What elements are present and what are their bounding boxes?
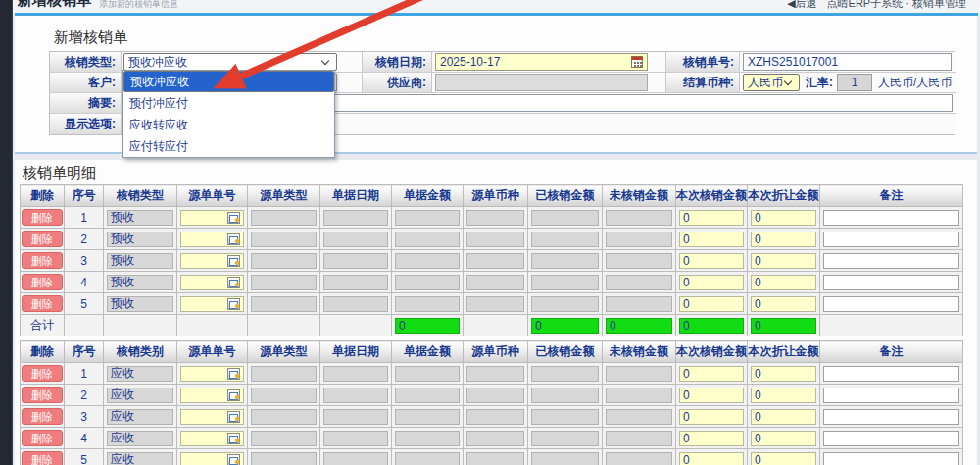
lookup-icon[interactable] xyxy=(227,212,240,224)
table-row: 删除 5 应收 0 0 xyxy=(21,449,963,465)
column-header: 序号 xyxy=(65,341,104,363)
delete-cell: 删除 xyxy=(21,229,65,250)
back-link[interactable]: ◀后退 xyxy=(787,0,816,9)
lookup-icon[interactable] xyxy=(227,255,240,267)
current-discount-amount-input[interactable]: 0 xyxy=(751,431,816,446)
remark-input[interactable] xyxy=(823,366,959,382)
remark-input[interactable] xyxy=(823,431,959,446)
current-verify-amount-input[interactable]: 0 xyxy=(679,275,744,290)
delete-row-button[interactable]: 删除 xyxy=(22,430,63,446)
lookup-icon[interactable] xyxy=(227,454,240,465)
current-discount-amount-input[interactable]: 0 xyxy=(751,296,816,312)
remark-input[interactable] xyxy=(823,388,959,403)
remark-input[interactable] xyxy=(823,232,959,247)
unverified-amount-field xyxy=(606,388,672,403)
verify-type-select[interactable]: 预收冲应收 xyxy=(123,53,337,71)
source-docno-input[interactable] xyxy=(180,431,244,446)
source-currency-field xyxy=(466,431,524,446)
source-docno-input[interactable] xyxy=(180,409,244,425)
delete-row-button[interactable]: 删除 xyxy=(22,209,63,226)
current-verify-amount-input[interactable]: 0 xyxy=(679,388,744,403)
source-docno-input[interactable] xyxy=(180,275,244,290)
source-docno-input[interactable] xyxy=(180,388,244,403)
source-docno-input[interactable] xyxy=(180,232,244,247)
dropdown-option-selected[interactable]: 预收冲应收 xyxy=(123,71,334,92)
row-seq: 5 xyxy=(65,293,104,315)
lookup-icon[interactable] xyxy=(227,389,240,401)
remark-input[interactable] xyxy=(823,253,959,269)
dropdown-option[interactable]: 应付转应付 xyxy=(123,135,334,157)
current-verify-amount-input[interactable]: 0 xyxy=(679,452,744,465)
remark-input[interactable] xyxy=(823,275,959,290)
app-window: 新增核销单 添加新的核销单信息 ◀后退点晴ERP子系统 · 核销单管理 新增核销… xyxy=(0,0,980,465)
delete-row-button[interactable]: 删除 xyxy=(22,408,63,425)
column-header: 单据日期 xyxy=(320,185,392,207)
current-verify-amount-input[interactable]: 0 xyxy=(679,232,744,247)
lookup-icon[interactable] xyxy=(227,233,240,245)
chevron-down-icon xyxy=(321,56,329,64)
lookup-icon[interactable] xyxy=(227,368,240,380)
calendar-icon[interactable] xyxy=(631,56,643,68)
current-discount-amount-input[interactable]: 0 xyxy=(751,210,816,226)
current-discount-amount-input[interactable]: 0 xyxy=(751,275,816,290)
current-discount-amount-input[interactable]: 0 xyxy=(751,366,816,382)
current-verify-amount-input[interactable]: 0 xyxy=(679,366,744,382)
breadcrumb-path[interactable]: 点晴ERP子系统 · 核销单管理 xyxy=(827,0,966,9)
current-verify-amount-input[interactable]: 0 xyxy=(679,409,744,425)
doc-date-field xyxy=(323,253,388,269)
delete-row-button[interactable]: 删除 xyxy=(22,365,63,382)
current-discount-amount-input[interactable]: 0 xyxy=(751,253,816,269)
delete-cell: 删除 xyxy=(21,385,65,406)
source-docno-input[interactable] xyxy=(180,253,244,269)
delete-cell: 删除 xyxy=(21,272,65,293)
left-sidebar-strip xyxy=(0,0,13,465)
verify-type-label: 核销类型: xyxy=(50,52,122,73)
remark-input[interactable] xyxy=(823,452,959,465)
delete-row-button[interactable]: 删除 xyxy=(22,295,63,312)
delete-row-button[interactable]: 删除 xyxy=(22,387,63,403)
doc-amount-field xyxy=(395,452,460,465)
column-header: 本次核销金额 xyxy=(676,185,748,207)
lookup-icon[interactable] xyxy=(227,411,240,423)
doc-date-field xyxy=(323,296,388,312)
delete-row-button[interactable]: 删除 xyxy=(22,252,63,269)
source-docno-input[interactable] xyxy=(180,296,244,312)
source-docno-input[interactable] xyxy=(180,366,244,382)
lookup-icon[interactable] xyxy=(227,433,240,444)
column-header: 已核销金额 xyxy=(528,185,603,207)
verify-date-input[interactable]: 2025-10-17 xyxy=(435,53,648,71)
remark-input[interactable] xyxy=(823,296,959,312)
delete-row-button[interactable]: 删除 xyxy=(22,451,63,465)
current-verify-amount-input[interactable]: 0 xyxy=(679,296,744,312)
source-type-field xyxy=(251,253,317,269)
total-doc-amount: 0 xyxy=(395,318,460,334)
column-header: 核销类型 xyxy=(104,185,177,207)
column-header: 源单单号 xyxy=(177,341,248,363)
remark-input[interactable] xyxy=(823,210,959,226)
doc-date-field xyxy=(323,431,388,446)
dropdown-option[interactable]: 预付冲应付 xyxy=(123,92,334,114)
column-header: 本次核销金额 xyxy=(676,341,748,363)
dropdown-option[interactable]: 应收转应收 xyxy=(123,114,334,135)
current-discount-amount-input[interactable]: 0 xyxy=(751,388,816,403)
current-verify-amount-input[interactable]: 0 xyxy=(679,210,744,226)
docno-input[interactable]: XZHS251017001 xyxy=(743,53,952,71)
remark-input[interactable] xyxy=(823,409,959,425)
row-seq: 4 xyxy=(65,272,104,293)
lookup-icon[interactable] xyxy=(227,277,240,288)
delete-cell: 删除 xyxy=(21,428,65,449)
current-verify-amount-input[interactable]: 0 xyxy=(679,431,744,446)
column-header: 删除 xyxy=(21,341,65,363)
current-discount-amount-input[interactable]: 0 xyxy=(751,452,816,465)
current-discount-amount-input[interactable]: 0 xyxy=(751,232,816,247)
delete-row-button[interactable]: 删除 xyxy=(22,274,63,290)
current-discount-amount-input[interactable]: 0 xyxy=(751,409,816,425)
currency-select[interactable]: 人民币 xyxy=(743,74,800,91)
source-type-field xyxy=(251,431,317,446)
total-verified-amount: 0 xyxy=(531,318,599,334)
lookup-icon[interactable] xyxy=(227,298,240,310)
source-docno-input[interactable] xyxy=(180,452,244,465)
current-verify-amount-input[interactable]: 0 xyxy=(679,253,744,269)
delete-row-button[interactable]: 删除 xyxy=(22,231,63,247)
source-docno-input[interactable] xyxy=(180,210,244,226)
